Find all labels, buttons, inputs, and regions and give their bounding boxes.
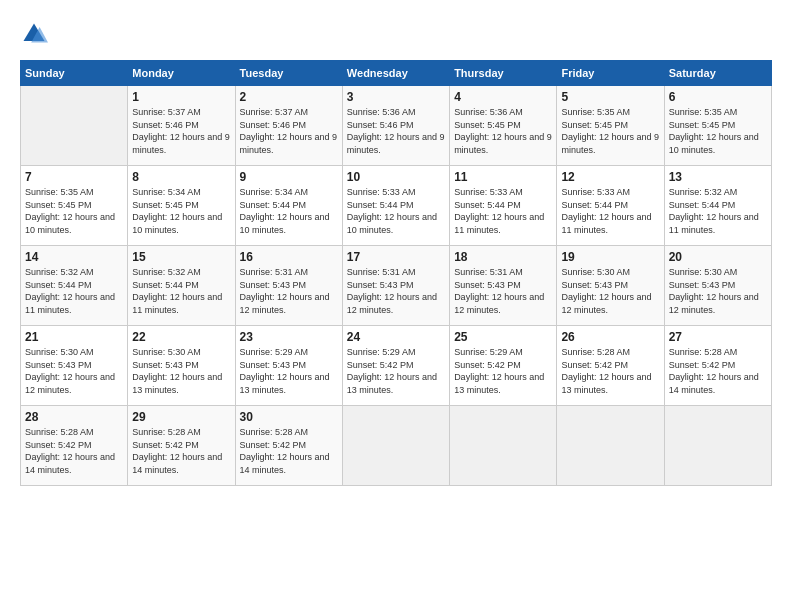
calendar-cell: 13Sunrise: 5:32 AMSunset: 5:44 PMDayligh… [664, 166, 771, 246]
calendar-week-row: 28Sunrise: 5:28 AMSunset: 5:42 PMDayligh… [21, 406, 772, 486]
day-info: Sunrise: 5:32 AMSunset: 5:44 PMDaylight:… [132, 266, 230, 316]
day-number: 8 [132, 170, 230, 184]
calendar-table: SundayMondayTuesdayWednesdayThursdayFrid… [20, 60, 772, 486]
day-info: Sunrise: 5:29 AMSunset: 5:42 PMDaylight:… [347, 346, 445, 396]
day-number: 7 [25, 170, 123, 184]
calendar-cell: 29Sunrise: 5:28 AMSunset: 5:42 PMDayligh… [128, 406, 235, 486]
calendar-cell: 17Sunrise: 5:31 AMSunset: 5:43 PMDayligh… [342, 246, 449, 326]
calendar-week-row: 7Sunrise: 5:35 AMSunset: 5:45 PMDaylight… [21, 166, 772, 246]
day-info: Sunrise: 5:33 AMSunset: 5:44 PMDaylight:… [561, 186, 659, 236]
day-number: 27 [669, 330, 767, 344]
calendar-cell [342, 406, 449, 486]
day-info: Sunrise: 5:35 AMSunset: 5:45 PMDaylight:… [561, 106, 659, 156]
day-number: 30 [240, 410, 338, 424]
calendar-cell: 11Sunrise: 5:33 AMSunset: 5:44 PMDayligh… [450, 166, 557, 246]
day-info: Sunrise: 5:28 AMSunset: 5:42 PMDaylight:… [25, 426, 123, 476]
day-of-week-sunday: Sunday [21, 61, 128, 86]
day-info: Sunrise: 5:36 AMSunset: 5:45 PMDaylight:… [454, 106, 552, 156]
day-number: 5 [561, 90, 659, 104]
calendar-cell: 8Sunrise: 5:34 AMSunset: 5:45 PMDaylight… [128, 166, 235, 246]
calendar-cell: 5Sunrise: 5:35 AMSunset: 5:45 PMDaylight… [557, 86, 664, 166]
day-number: 26 [561, 330, 659, 344]
calendar-cell [21, 86, 128, 166]
day-info: Sunrise: 5:32 AMSunset: 5:44 PMDaylight:… [25, 266, 123, 316]
day-number: 16 [240, 250, 338, 264]
day-number: 28 [25, 410, 123, 424]
day-number: 13 [669, 170, 767, 184]
day-number: 24 [347, 330, 445, 344]
day-number: 9 [240, 170, 338, 184]
calendar-cell: 12Sunrise: 5:33 AMSunset: 5:44 PMDayligh… [557, 166, 664, 246]
day-info: Sunrise: 5:37 AMSunset: 5:46 PMDaylight:… [240, 106, 338, 156]
calendar-cell: 16Sunrise: 5:31 AMSunset: 5:43 PMDayligh… [235, 246, 342, 326]
day-number: 14 [25, 250, 123, 264]
calendar-cell: 18Sunrise: 5:31 AMSunset: 5:43 PMDayligh… [450, 246, 557, 326]
day-info: Sunrise: 5:30 AMSunset: 5:43 PMDaylight:… [561, 266, 659, 316]
day-info: Sunrise: 5:29 AMSunset: 5:42 PMDaylight:… [454, 346, 552, 396]
calendar-cell: 23Sunrise: 5:29 AMSunset: 5:43 PMDayligh… [235, 326, 342, 406]
day-info: Sunrise: 5:28 AMSunset: 5:42 PMDaylight:… [669, 346, 767, 396]
calendar-cell: 4Sunrise: 5:36 AMSunset: 5:45 PMDaylight… [450, 86, 557, 166]
day-number: 19 [561, 250, 659, 264]
calendar-cell: 10Sunrise: 5:33 AMSunset: 5:44 PMDayligh… [342, 166, 449, 246]
day-info: Sunrise: 5:32 AMSunset: 5:44 PMDaylight:… [669, 186, 767, 236]
calendar-week-row: 21Sunrise: 5:30 AMSunset: 5:43 PMDayligh… [21, 326, 772, 406]
calendar-cell [664, 406, 771, 486]
day-info: Sunrise: 5:30 AMSunset: 5:43 PMDaylight:… [669, 266, 767, 316]
calendar-cell: 7Sunrise: 5:35 AMSunset: 5:45 PMDaylight… [21, 166, 128, 246]
calendar-cell: 19Sunrise: 5:30 AMSunset: 5:43 PMDayligh… [557, 246, 664, 326]
day-info: Sunrise: 5:30 AMSunset: 5:43 PMDaylight:… [25, 346, 123, 396]
day-of-week-friday: Friday [557, 61, 664, 86]
calendar-week-row: 1Sunrise: 5:37 AMSunset: 5:46 PMDaylight… [21, 86, 772, 166]
day-number: 17 [347, 250, 445, 264]
calendar-cell: 14Sunrise: 5:32 AMSunset: 5:44 PMDayligh… [21, 246, 128, 326]
day-number: 10 [347, 170, 445, 184]
day-of-week-thursday: Thursday [450, 61, 557, 86]
day-number: 21 [25, 330, 123, 344]
day-of-week-wednesday: Wednesday [342, 61, 449, 86]
day-number: 12 [561, 170, 659, 184]
day-info: Sunrise: 5:37 AMSunset: 5:46 PMDaylight:… [132, 106, 230, 156]
day-number: 23 [240, 330, 338, 344]
calendar-cell: 9Sunrise: 5:34 AMSunset: 5:44 PMDaylight… [235, 166, 342, 246]
calendar-cell: 21Sunrise: 5:30 AMSunset: 5:43 PMDayligh… [21, 326, 128, 406]
calendar-cell: 6Sunrise: 5:35 AMSunset: 5:45 PMDaylight… [664, 86, 771, 166]
day-info: Sunrise: 5:30 AMSunset: 5:43 PMDaylight:… [132, 346, 230, 396]
calendar-header-row: SundayMondayTuesdayWednesdayThursdayFrid… [21, 61, 772, 86]
calendar-cell [450, 406, 557, 486]
day-of-week-monday: Monday [128, 61, 235, 86]
calendar-cell: 2Sunrise: 5:37 AMSunset: 5:46 PMDaylight… [235, 86, 342, 166]
day-number: 29 [132, 410, 230, 424]
day-info: Sunrise: 5:31 AMSunset: 5:43 PMDaylight:… [454, 266, 552, 316]
calendar-cell: 24Sunrise: 5:29 AMSunset: 5:42 PMDayligh… [342, 326, 449, 406]
day-info: Sunrise: 5:35 AMSunset: 5:45 PMDaylight:… [669, 106, 767, 156]
day-number: 25 [454, 330, 552, 344]
day-number: 22 [132, 330, 230, 344]
day-info: Sunrise: 5:35 AMSunset: 5:45 PMDaylight:… [25, 186, 123, 236]
calendar-cell: 30Sunrise: 5:28 AMSunset: 5:42 PMDayligh… [235, 406, 342, 486]
calendar-cell: 27Sunrise: 5:28 AMSunset: 5:42 PMDayligh… [664, 326, 771, 406]
day-of-week-saturday: Saturday [664, 61, 771, 86]
calendar-week-row: 14Sunrise: 5:32 AMSunset: 5:44 PMDayligh… [21, 246, 772, 326]
day-info: Sunrise: 5:31 AMSunset: 5:43 PMDaylight:… [347, 266, 445, 316]
day-info: Sunrise: 5:31 AMSunset: 5:43 PMDaylight:… [240, 266, 338, 316]
day-info: Sunrise: 5:29 AMSunset: 5:43 PMDaylight:… [240, 346, 338, 396]
day-number: 11 [454, 170, 552, 184]
day-info: Sunrise: 5:34 AMSunset: 5:45 PMDaylight:… [132, 186, 230, 236]
page-header [20, 20, 772, 48]
day-info: Sunrise: 5:28 AMSunset: 5:42 PMDaylight:… [132, 426, 230, 476]
calendar-cell: 22Sunrise: 5:30 AMSunset: 5:43 PMDayligh… [128, 326, 235, 406]
day-number: 1 [132, 90, 230, 104]
day-info: Sunrise: 5:33 AMSunset: 5:44 PMDaylight:… [454, 186, 552, 236]
day-number: 18 [454, 250, 552, 264]
logo-icon [20, 20, 48, 48]
calendar-cell [557, 406, 664, 486]
day-number: 6 [669, 90, 767, 104]
logo [20, 20, 50, 48]
calendar-cell: 26Sunrise: 5:28 AMSunset: 5:42 PMDayligh… [557, 326, 664, 406]
day-info: Sunrise: 5:34 AMSunset: 5:44 PMDaylight:… [240, 186, 338, 236]
calendar-cell: 15Sunrise: 5:32 AMSunset: 5:44 PMDayligh… [128, 246, 235, 326]
calendar-cell: 28Sunrise: 5:28 AMSunset: 5:42 PMDayligh… [21, 406, 128, 486]
day-info: Sunrise: 5:28 AMSunset: 5:42 PMDaylight:… [561, 346, 659, 396]
day-number: 15 [132, 250, 230, 264]
